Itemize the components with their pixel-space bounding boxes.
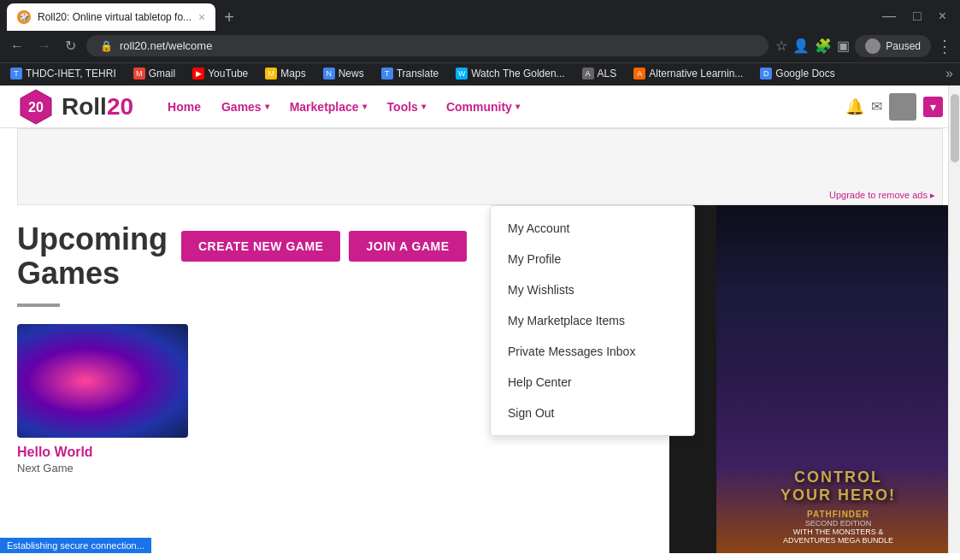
status-bar: Establishing secure connection... <box>0 538 151 553</box>
address-input[interactable]: 🔒 roll20.net/welcome <box>86 35 769 56</box>
dropdown-sign-out[interactable]: Sign Out <box>491 398 694 428</box>
scrollbar-thumb[interactable] <box>951 94 959 162</box>
tab-close-button[interactable]: × <box>198 10 205 24</box>
dropdown-my-account[interactable]: My Account <box>491 213 694 244</box>
bookmark-star-icon[interactable]: ☆ <box>775 38 787 54</box>
maximize-button[interactable]: □ <box>906 5 928 27</box>
news-icon: N <box>323 68 335 80</box>
join-game-button[interactable]: JOIN A GAME <box>349 231 466 262</box>
dropdown-my-profile[interactable]: My Profile <box>491 244 694 274</box>
logo-icon: 20 <box>17 88 55 126</box>
close-button[interactable]: × <box>932 5 953 27</box>
nav-right: 🔔 ✉ ▾ <box>845 93 943 121</box>
game-card-title[interactable]: Hello World <box>17 445 188 460</box>
bookmark-docs-label: Google Docs <box>775 68 834 80</box>
separator <box>17 304 60 307</box>
refresh-button[interactable]: ↻ <box>62 34 80 57</box>
altlearn-icon: A <box>633 68 645 80</box>
messages-mail-icon[interactable]: ✉ <box>871 98 882 115</box>
promo-bundle-name: WITH THE MONSTERS &ADVENTURES MEGA BUNDL… <box>783 528 893 545</box>
user-dropdown-menu: My Account My Profile My Wishlists My Ma… <box>490 205 695 436</box>
logo-text: Roll20 <box>62 93 133 121</box>
promo-panel: CONTROLYOUR HERO! PATHFINDER SECOND EDIT… <box>716 205 960 553</box>
browser-chrome: 🎲 Roll20: Online virtual tabletop fo... … <box>0 0 960 85</box>
bookmark-gmail[interactable]: M Gmail <box>130 66 179 81</box>
bookmark-thdc[interactable]: T THDC-IHET, TEHRI <box>7 66 120 81</box>
nav-marketplace[interactable]: Marketplace ▾ <box>281 95 375 119</box>
svg-text:20: 20 <box>28 100 44 115</box>
nav-games[interactable]: Games ▾ <box>213 95 278 119</box>
translate-icon: T <box>381 68 393 80</box>
extensions-icon[interactable]: 🧩 <box>815 38 832 54</box>
docs-icon: D <box>760 68 772 80</box>
scrollbar[interactable] <box>948 85 960 553</box>
maps-icon: M <box>265 68 277 80</box>
promo-image: CONTROLYOUR HERO! PATHFINDER SECOND EDIT… <box>716 205 960 553</box>
game-card-image <box>17 324 188 438</box>
bookmark-maps[interactable]: M Maps <box>262 66 309 81</box>
bookmark-als[interactable]: A ALS <box>579 66 621 81</box>
active-tab[interactable]: 🎲 Roll20: Online virtual tabletop fo... … <box>7 3 215 31</box>
game-card: Hello World Next Game <box>17 324 188 475</box>
promo-product-name: PATHFINDER <box>807 510 869 519</box>
bookmark-altlearn[interactable]: A Alternative Learnin... <box>630 66 746 81</box>
sidebar-icon[interactable]: ▣ <box>837 38 850 54</box>
bookmark-youtube-label: YouTube <box>208 68 248 80</box>
dropdown-private-messages[interactable]: Private Messages Inbox <box>491 336 694 367</box>
paused-button[interactable]: Paused <box>855 35 931 57</box>
address-bar-container: ← → ↻ 🔒 roll20.net/welcome ☆ 👤 🧩 ▣ Pause… <box>0 31 960 62</box>
nav-community[interactable]: Community ▾ <box>438 95 528 119</box>
community-dropdown-arrow: ▾ <box>515 102 520 111</box>
site-logo[interactable]: 20 Roll20 <box>17 88 133 126</box>
bookmarks-bar: T THDC-IHET, TEHRI M Gmail ▶ YouTube M M… <box>0 62 960 85</box>
gmail-icon: M <box>133 68 145 80</box>
bookmarks-more-icon[interactable]: » <box>945 66 953 81</box>
bookmark-docs[interactable]: D Google Docs <box>757 66 838 81</box>
new-tab-button[interactable]: + <box>215 8 243 27</box>
watch-icon: W <box>456 68 468 80</box>
games-dropdown-arrow: ▾ <box>265 102 269 111</box>
dropdown-marketplace-items[interactable]: My Marketplace Items <box>491 305 694 336</box>
marketplace-dropdown-arrow: ▾ <box>362 102 367 111</box>
chrome-menu-icon[interactable]: ⋮ <box>936 36 953 56</box>
bookmark-altlearn-label: Alternative Learnin... <box>649 68 743 80</box>
profile-icon[interactable]: 👤 <box>792 38 810 54</box>
bookmark-news-label: News <box>339 68 364 80</box>
page-heading: Upcoming Games <box>17 222 168 290</box>
page-content: 20 Roll20 Home Games ▾ Marketplace ▾ Too… <box>0 85 960 553</box>
create-game-button[interactable]: CREATE NEW GAME <box>181 231 340 262</box>
forward-button[interactable]: → <box>34 35 55 57</box>
upgrade-text[interactable]: Upgrade to remove ads ▸ <box>829 190 935 201</box>
dropdown-my-wishlists[interactable]: My Wishlists <box>491 274 694 305</box>
game-card-next-game: Next Game <box>17 462 188 475</box>
address-text: roll20.net/welcome <box>120 39 212 52</box>
tab-favicon: 🎲 <box>17 10 31 24</box>
promo-hero-text: CONTROLYOUR HERO! <box>780 469 896 505</box>
promo-subtitle: SECOND EDITION <box>805 519 872 528</box>
nav-links: Home Games ▾ Marketplace ▾ Tools ▾ Commu… <box>159 95 528 119</box>
bookmark-translate-label: Translate <box>397 68 439 80</box>
browser-actions: ☆ 👤 🧩 ▣ Paused ⋮ <box>775 35 953 57</box>
bookmark-news[interactable]: N News <box>320 66 368 81</box>
user-dropdown-button[interactable]: ▾ <box>923 97 943 117</box>
nav-tools[interactable]: Tools ▾ <box>379 95 434 119</box>
bookmark-youtube[interactable]: ▶ YouTube <box>189 66 251 81</box>
thdc-icon: T <box>10 68 22 80</box>
user-avatar[interactable] <box>889 93 916 121</box>
bookmark-thdc-label: THDC-IHET, TEHRI <box>26 68 116 80</box>
bookmark-watch[interactable]: W Watch The Golden... <box>452 66 568 81</box>
paused-label: Paused <box>886 40 921 52</box>
back-button[interactable]: ← <box>7 35 27 57</box>
notifications-bell-icon[interactable]: 🔔 <box>845 97 864 116</box>
tools-dropdown-arrow: ▾ <box>421 102 426 111</box>
bookmark-maps-label: Maps <box>280 68 305 80</box>
tab-title: Roll20: Online virtual tabletop fo... <box>38 11 191 23</box>
nav-home[interactable]: Home <box>159 95 209 119</box>
dropdown-help-center[interactable]: Help Center <box>491 367 694 398</box>
bookmark-translate[interactable]: T Translate <box>378 66 443 81</box>
youtube-icon: ▶ <box>192 68 204 80</box>
bookmark-als-label: ALS <box>598 68 617 80</box>
als-icon: A <box>582 68 594 80</box>
minimize-button[interactable]: — <box>875 5 903 27</box>
advertisement-area: Upgrade to remove ads ▸ <box>17 128 943 205</box>
